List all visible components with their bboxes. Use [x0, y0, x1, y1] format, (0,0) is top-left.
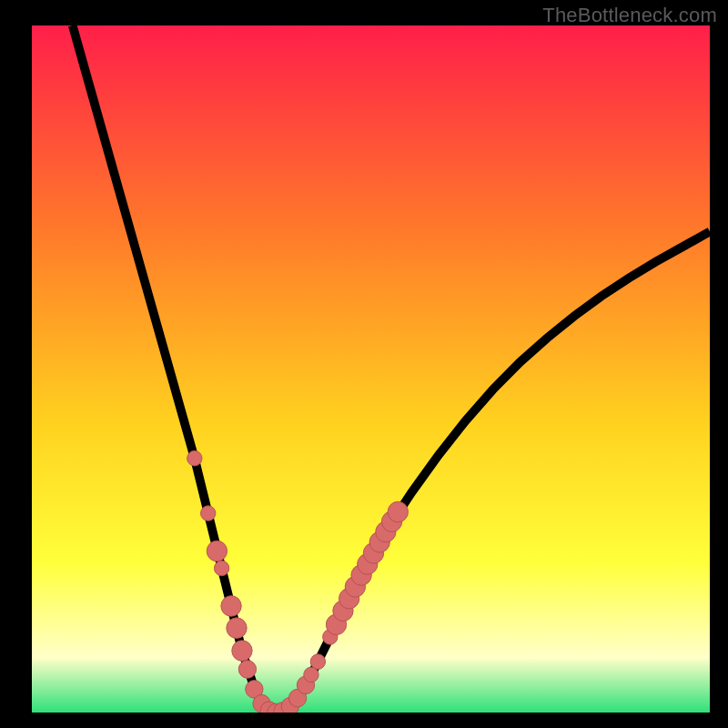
plot-svg — [32, 25, 710, 713]
curve-marker — [310, 654, 325, 670]
curve-marker — [227, 618, 247, 639]
bottleneck-plot — [32, 25, 710, 713]
curve-marker — [232, 641, 252, 662]
curve-marker — [214, 561, 228, 576]
curve-marker — [207, 541, 227, 561]
curve-marker — [388, 501, 408, 522]
gradient-background — [32, 25, 710, 713]
curve-marker — [201, 506, 216, 521]
curve-marker — [238, 661, 256, 679]
watermark-label: TheBottleneck.com — [542, 4, 717, 27]
curve-marker — [187, 450, 202, 466]
chart-frame: TheBottleneck.com — [0, 0, 728, 728]
curve-marker — [221, 596, 241, 617]
